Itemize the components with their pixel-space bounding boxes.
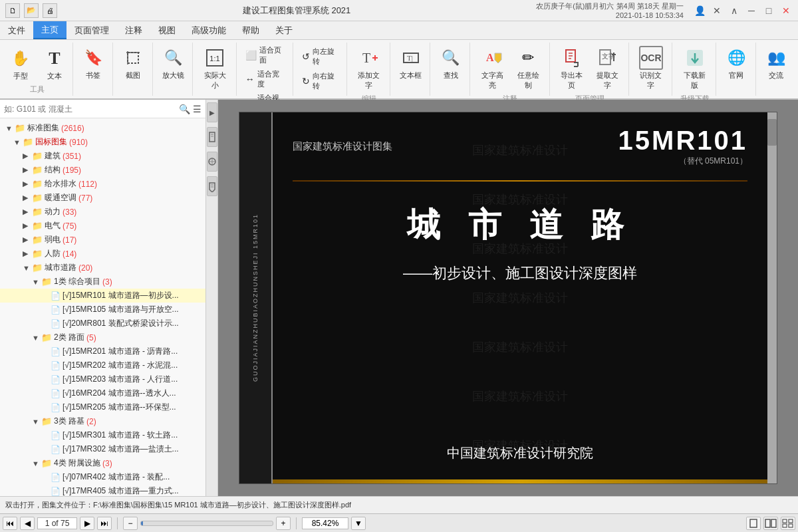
tree-node-root[interactable]: ▼ 📁 标准图集 (2616)	[0, 121, 205, 135]
toolbar-group-addtext: T 添加文字 编辑	[348, 43, 391, 96]
svg-marker-28	[209, 183, 215, 192]
tree-node-hvac[interactable]: ▶ 📁 暖通空调 (77)	[0, 191, 205, 205]
search-input[interactable]	[4, 104, 179, 114]
zoom-out-button[interactable]: −	[123, 517, 138, 530]
chat-button[interactable]: 👥 交流	[760, 44, 792, 82]
rotate-left-button[interactable]: ↺ 向左旋转	[299, 45, 342, 68]
find-button[interactable]: 🔍 查找	[435, 44, 467, 82]
tree-node-cat3[interactable]: ▼ 📁 3类 路基 (2)	[0, 414, 205, 428]
collapse-btn-1[interactable]: ▶	[207, 102, 217, 122]
bookmark-button[interactable]: 🔖 书签	[77, 44, 109, 82]
close-x-icon[interactable]: ✕	[710, 4, 724, 17]
tree-node-national[interactable]: ▼ 📁 国标图集 (910)	[0, 135, 205, 149]
text-box-button[interactable]: T| 文本框	[395, 44, 427, 82]
pdf-vertical-text: GUOJIAJIANZHUBIAOZHUNSHEJI 15MR101	[252, 213, 259, 382]
menu-advanced[interactable]: 高级功能	[184, 21, 234, 39]
thumbnail-view-button[interactable]	[781, 517, 795, 530]
fit-page-icon: ⬜	[245, 50, 257, 61]
tree-item-20mr801[interactable]: 📄 [√]20MR801 装配式桥梁设计示...	[0, 317, 205, 331]
search-bar: 🔍 ☰	[0, 100, 205, 118]
highlight-button[interactable]: A 文字高亮	[475, 44, 509, 92]
fit-page-button[interactable]: ⬜ 适合页面	[242, 44, 289, 66]
last-page-button[interactable]: ⏭	[97, 517, 112, 530]
tree-node-civil-defense[interactable]: ▶ 📁 人防 (14)	[0, 247, 205, 261]
next-page-button[interactable]: ▶	[80, 517, 94, 530]
tree-item-15mr201[interactable]: 📄 [√]15MR201 城市道路 - 沥青路...	[0, 344, 205, 358]
tree-item-15mr205[interactable]: 📄 [√]15MR205 城市道路--环保型...	[0, 400, 205, 414]
open-folder-icon[interactable]: 📂	[24, 3, 39, 18]
download-button[interactable]: 下载新版	[678, 44, 712, 92]
tree-item-17mr405[interactable]: 📄 [√]17MR405 城市道路—重力式...	[0, 484, 205, 496]
fit-width-button[interactable]: ↔ 适合宽度	[242, 68, 289, 90]
magnifier-button[interactable]: 🔍 放大镜	[157, 44, 189, 82]
doc-icon: 📄	[51, 487, 61, 496]
tree-node-urban-road[interactable]: ▼ 📁 城市道路 (20)	[0, 261, 205, 275]
menu-page-mgmt[interactable]: 页面管理	[66, 21, 117, 39]
first-page-button[interactable]: ⏮	[3, 517, 17, 530]
official-button[interactable]: 🌐 官网	[720, 44, 752, 82]
datetime-info: 农历庚子年(鼠)腊月初六 第4周 第18天 星期一 2021-01-18 10:…	[536, 1, 686, 19]
tree-node-cat2[interactable]: ▼ 📁 2类 路面 (5)	[0, 331, 205, 344]
print-icon[interactable]: 🖨	[43, 3, 57, 18]
page-info[interactable]: 1 of 75	[37, 517, 77, 529]
tree-item-17mr302[interactable]: 📄 [√]17MR302 城市道路—盐渍土...	[0, 442, 205, 456]
tree-item-15mr301[interactable]: 📄 [√]15MR301 城市道路 - 软土路...	[0, 428, 205, 442]
two-page-view-button[interactable]	[763, 517, 778, 530]
hand-tool-button[interactable]: ✋ 手型	[5, 45, 37, 83]
expand-icon: ▶	[23, 166, 32, 174]
caret-up-icon[interactable]: ∧	[728, 4, 741, 17]
menu-file[interactable]: 文件	[0, 21, 33, 39]
tree-node-structure[interactable]: ▶ 📁 结构 (195)	[0, 163, 205, 177]
menu-view[interactable]: 视图	[150, 21, 184, 39]
menu-annotation[interactable]: 注释	[117, 21, 150, 39]
folder-icon: 📁	[32, 179, 43, 189]
export-page-button[interactable]: 导出本页	[555, 44, 589, 92]
user-icon[interactable]: 👤	[693, 4, 706, 17]
single-page-view-button[interactable]	[746, 517, 761, 530]
zoom-in-button[interactable]: +	[276, 517, 291, 530]
menu-help[interactable]: 帮助	[234, 21, 267, 39]
collapse-btn-4[interactable]	[207, 176, 217, 196]
pdf-container[interactable]: GUOJIAJIANZHUBIAOZHUNSHEJI 15MR101 国家建筑标…	[218, 100, 798, 496]
tree-item-15mr203[interactable]: 📄 [√]15MR203 城市道路 - 人行道...	[0, 372, 205, 386]
draw-button[interactable]: ✏ 任意绘制	[511, 44, 545, 92]
crop-button[interactable]: 截图	[117, 44, 149, 82]
menu-home[interactable]: 主页	[33, 21, 66, 39]
tree-item-07mr402[interactable]: 📄 [√]07MR402 城市道路 - 装配...	[0, 470, 205, 484]
add-text-button[interactable]: T 添加文字	[352, 44, 386, 92]
menu-about[interactable]: 关于	[267, 21, 301, 39]
new-file-icon[interactable]: 🗋	[5, 3, 20, 18]
expand-icon: ▼	[32, 334, 41, 342]
tree-node-power[interactable]: ▶ 📁 动力 (33)	[0, 205, 205, 219]
tree-node-electrical[interactable]: ▶ 📁 电气 (75)	[0, 219, 205, 233]
tree-node-water[interactable]: ▶ 📁 给水排水 (112)	[0, 177, 205, 191]
close-icon[interactable]: ✕	[779, 4, 793, 17]
tree-node-cat4[interactable]: ▼ 📁 4类 附属设施 (3)	[0, 456, 205, 470]
toolbar-group-rotate: ↺ 向左旋转 ↻ 向右旋转	[295, 43, 347, 96]
extract-text-icon: 文字	[595, 46, 619, 70]
tree-container[interactable]: ▼ 📁 标准图集 (2616) ▼ 📁 国标图集 (910) ▶ 📁 建筑 (3…	[0, 118, 205, 496]
ocr-button[interactable]: OCR 识别文字	[634, 44, 668, 92]
collapse-btn-3[interactable]	[207, 152, 217, 172]
tree-item-15mr202[interactable]: 📄 [√]15MR202 城市道路 - 水泥混...	[0, 358, 205, 372]
text-tool-button[interactable]: T 文本	[39, 45, 70, 83]
extract-text-button[interactable]: 文字 提取文字	[591, 44, 624, 92]
search-icon[interactable]: 🔍	[179, 104, 190, 114]
minimize-icon[interactable]: ─	[745, 4, 758, 17]
rotate-right-button[interactable]: ↻ 向右旋转	[299, 70, 342, 92]
tree-item-15mr101[interactable]: 📄 [√]15MR101 城市道路—初步设...	[0, 289, 205, 303]
tree-node-architecture[interactable]: ▶ 📁 建筑 (351)	[0, 149, 205, 163]
tree-item-15mr105[interactable]: 📄 [√]15MR105 城市道路与开放空...	[0, 303, 205, 317]
tree-node-cat1[interactable]: ▼ 📁 1类 综合项目 (3)	[0, 275, 205, 289]
tree-item-16mr204[interactable]: 📄 [√]16MR204 城市道路--透水人...	[0, 386, 205, 400]
zoom-dropdown-button[interactable]: ▼	[351, 517, 366, 530]
maximize-icon[interactable]: □	[762, 4, 775, 17]
prev-page-button[interactable]: ◀	[20, 517, 35, 530]
collapse-btn-2[interactable]	[207, 127, 217, 147]
tree-node-weak-current[interactable]: ▶ 📁 弱电 (17)	[0, 233, 205, 247]
pdf-scrollbar[interactable]	[767, 112, 777, 483]
pdf-scroll-thumb[interactable]	[767, 119, 777, 146]
zoom-input[interactable]	[302, 517, 348, 529]
actual-size-button[interactable]: 1:1 实际大小	[198, 44, 232, 92]
menu-icon[interactable]: ☰	[193, 104, 201, 114]
